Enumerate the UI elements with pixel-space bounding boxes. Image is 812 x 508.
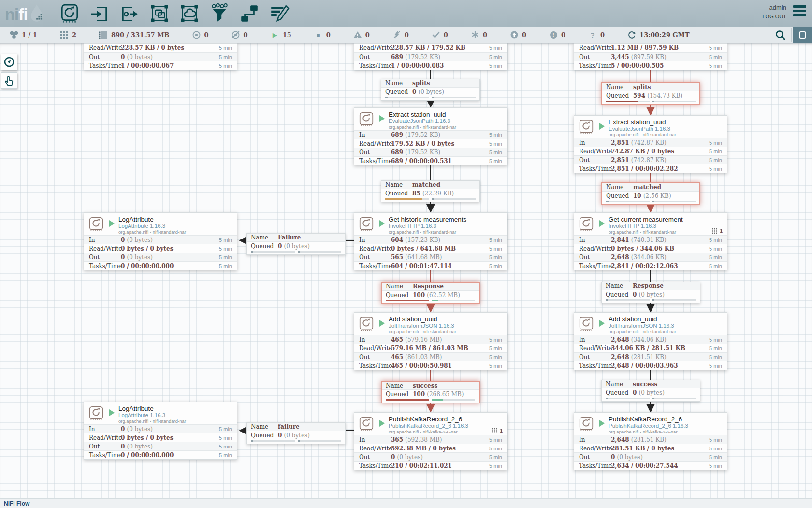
stat-value: 0 bytes / 0 bytes [121, 245, 216, 252]
run-status-running-icon [379, 320, 385, 327]
stat-row-read_write: Read/Write592.38 MB / 0 bytes5 min [354, 444, 507, 452]
flow-canvas[interactable]: Read/Write228.57 KB / 0 bytes5 min Out0 … [0, 43, 812, 498]
disabled-count: 0 [405, 31, 409, 39]
operate-palette-button[interactable] [1, 72, 17, 89]
connection-matched-middle[interactable]: NamematchedQueued85 (22.29 KB) [381, 180, 480, 202]
connection-queued-row: Queued10 (2.56 KB) [602, 192, 699, 200]
stat-window: 5 min [709, 354, 722, 360]
processor-extract-station-uuid-middle[interactable]: Extract station_uuidEvaluateJsonPath 1.1… [354, 107, 508, 165]
processor-partial-middle[interactable]: Read/Write228.57 KB / 179.52 KB5 min Out… [354, 43, 508, 70]
stat-out: 689 (179.52 KB) [391, 54, 486, 60]
settings-button[interactable] [793, 27, 812, 43]
stat-value: 689 (179.52 KB) [391, 149, 486, 156]
stat-value: 2,648 (344.06 KB) [611, 336, 706, 343]
run-status-running-icon [379, 220, 385, 227]
connection-splits-middle[interactable]: NamesplitsQueued0 (0 bytes) [381, 79, 480, 101]
connection-success-right[interactable]: NamesuccessQueued0 (0 bytes) [601, 380, 700, 402]
logout-link[interactable]: LOG OUT [762, 12, 786, 21]
stat-window: 5 min [489, 254, 502, 260]
connection-name-row: NameResponse [382, 283, 479, 291]
run-status-running-icon [379, 420, 385, 427]
remote-process-group-component-icon[interactable] [178, 2, 201, 25]
processor-bundle: org.apache.nifi - nifi-standard-nar [609, 229, 723, 235]
funnel-component-icon[interactable] [208, 2, 231, 25]
connection-splits-right[interactable]: NamesplitsQueued594 (154.73 KB) [601, 82, 700, 105]
invalid-count: 0 [365, 31, 370, 39]
stat-row-tasks_time: Tasks/Time689 / 00:00:00.5315 min [354, 156, 507, 165]
processor-type: LogAttribute 1.16.3 [118, 223, 233, 229]
process-group-component-icon[interactable] [148, 2, 171, 25]
stat-row-tasks_time: Tasks/Time2,648 / 00:00:03.9635 min [574, 361, 727, 370]
label-component-icon[interactable] [268, 2, 290, 25]
processor-bundle: org.apache.nifi - nifi-standard-nar [609, 132, 723, 138]
connection-failure-bottom[interactable]: NamefailureQueued0 (0 bytes) [246, 422, 346, 444]
input-port-component-icon[interactable] [88, 2, 111, 25]
connection-name-row: Namematched [381, 181, 479, 189]
stat-row-in: In2,841 (740.31 KB)5 min [574, 235, 727, 244]
template-component-icon[interactable] [238, 2, 261, 25]
run-status-running-icon [599, 220, 605, 227]
connection-response-middle[interactable]: NameResponseQueued100 (62.52 MB) [381, 282, 480, 304]
active-threads-icon [60, 30, 69, 39]
navigate-palette-button[interactable] [1, 54, 17, 70]
stat-window: 5 min [709, 337, 722, 343]
connection-success-middle[interactable]: NamesuccessQueued100 (268.65 MB) [381, 381, 480, 403]
global-menu-icon[interactable] [793, 4, 806, 18]
stat-window: 5 min [219, 263, 232, 269]
queue-percent-bars [382, 398, 479, 403]
processor-bundle: org.apache.nifi - nifi-kafka-2-6-nar [389, 429, 503, 435]
active-threads-count: 2 [72, 31, 76, 39]
hand-pointer-icon [3, 75, 15, 86]
stat-value: 2,648 / 00:00:03.963 [611, 362, 706, 369]
stat-row-out: Out565 (641.68 MB)5 min [354, 253, 507, 261]
processor-icon [579, 417, 594, 434]
stat-row-in: In689 (179.52 KB)5 min [354, 130, 507, 139]
output-port-component-icon[interactable] [118, 2, 141, 25]
stat-window: 5 min [489, 141, 502, 147]
search-icon[interactable] [775, 30, 786, 41]
connection-matched-right[interactable]: NamematchedQueued10 (2.56 KB) [601, 182, 700, 205]
run-status-running-icon [599, 420, 605, 427]
processor-publishkafkarecord-right[interactable]: PublishKafkaRecord_2_6PublishKafkaRecord… [574, 412, 727, 470]
connection-name-row: NameFailure [247, 234, 345, 242]
run-status-running-icon [109, 409, 115, 416]
processor-partial-right[interactable]: Read/Write1.12 MB / 897.59 KB5 min Out3,… [574, 43, 727, 70]
connection-response-right[interactable]: NameResponseQueued0 (0 bytes) [601, 282, 700, 303]
stale-count: 0 [522, 31, 526, 39]
processor-logattribute-top[interactable]: LogAttributeLogAttribute 1.16.3org.apach… [84, 212, 237, 270]
logo-text-fi: fi [18, 5, 28, 24]
processor-get-current-measurement[interactable]: Get current measurementInvokeHTTP 1.16.3… [574, 212, 727, 270]
stat-value: 579.16 MB / 861.03 MB [391, 345, 486, 352]
refresh-icon[interactable] [627, 30, 636, 39]
processor-extract-station-uuid-right[interactable]: Extract station_uuidEvaluateJsonPath 1.1… [574, 115, 727, 173]
running-icon: ▶ [271, 30, 279, 39]
processor-add-station-uuid-right[interactable]: Add station_uuidJoltTransformJSON 1.16.3… [574, 312, 727, 370]
stale-icon [510, 30, 519, 39]
processor-add-station-uuid-middle[interactable]: Add station_uuidJoltTransformJSON 1.16.3… [354, 312, 508, 370]
breadcrumb-root[interactable]: NiFi Flow [4, 500, 29, 507]
processor-get-historic-measurements[interactable]: Get historic measurementsInvokeHTTP 1.16… [354, 212, 508, 270]
processor-type: LogAttribute 1.16.3 [118, 412, 233, 418]
processor-publishkafkarecord-middle[interactable]: PublishKafkaRecord_2_6PublishKafkaRecord… [354, 412, 508, 470]
stat-value: 365 (592.38 MB) [391, 436, 486, 443]
processor-title: PublishKafkaRecord_2_6 [389, 416, 503, 423]
stat-value: 604 (157.23 KB) [391, 237, 486, 243]
queue-percent-bars [381, 96, 479, 100]
stat-window: 5 min [219, 452, 232, 458]
processor-title: Get historic measurements [389, 216, 503, 223]
connection-name: matched [412, 181, 440, 188]
processor-bundle: org.apache.nifi - nifi-kafka-2-6-nar [609, 429, 723, 435]
stat-row-in: In604 (157.23 KB)5 min [354, 235, 507, 244]
stat-value: 0 bytes / 641.68 MB [391, 245, 486, 252]
connection-name: matched [633, 184, 661, 191]
stat-value: 0 (0 bytes) [391, 454, 486, 461]
stat-row-read_write: Read/Write0 bytes / 0 bytes5 min [84, 433, 237, 442]
stat-row-read_write: Read/Write742.87 KB / 0 bytes5 min [574, 147, 727, 155]
connection-queued: 0 (0 bytes) [633, 291, 665, 298]
processor-icon [359, 112, 374, 129]
processor-component-icon[interactable] [58, 2, 81, 25]
processor-partial-left[interactable]: Read/Write228.57 KB / 0 bytes5 min Out0 … [84, 43, 237, 70]
stat-value: 0 / 00:00:00.000 [121, 452, 216, 459]
processor-logattribute-bottom[interactable]: LogAttributeLogAttribute 1.16.3org.apach… [84, 402, 237, 460]
connection-failure-top[interactable]: NameFailureQueued0 (0 bytes) [246, 233, 346, 255]
